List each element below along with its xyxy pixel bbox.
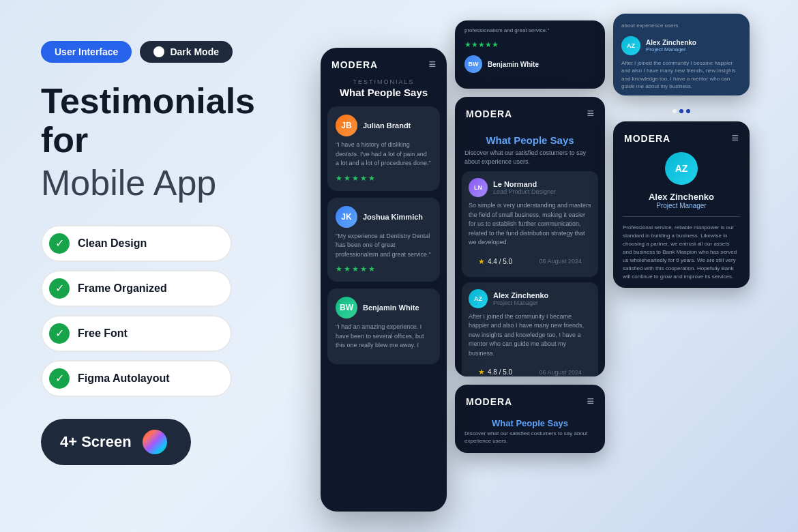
panel-phone-partial: MODERA ≡ What People Says Discover what … bbox=[455, 385, 605, 453]
star-2-4: ★ bbox=[360, 265, 367, 274]
panel-avatar-2: AZ bbox=[469, 289, 488, 308]
star-1-2: ★ bbox=[344, 174, 351, 183]
star-1-3: ★ bbox=[352, 174, 359, 183]
panel-rating-2: ★ 4.8 / 5.0 06 August 2024 bbox=[469, 364, 591, 376]
partial-avatar: BW bbox=[464, 55, 482, 73]
avatar-2: JK bbox=[336, 206, 357, 228]
avatar-img-2: JK bbox=[336, 206, 357, 228]
screens-area: MODERA ≡ TESTIMONIALS What People Says J… bbox=[307, 0, 798, 532]
partial-stars: ★★★★★ bbox=[455, 38, 605, 50]
panel-role-1: Lead Product Designer bbox=[493, 188, 556, 195]
feature-label-3: Free Font bbox=[78, 327, 128, 340]
screen-count: 4+ Screen bbox=[60, 433, 132, 451]
feature-figma: ✓ Figma Autolayout bbox=[41, 360, 232, 397]
right-col: about experience users. AZ Alex Zinchenk… bbox=[613, 14, 750, 518]
reviewer-name-3: Benjamin White bbox=[363, 304, 419, 312]
figma-icon bbox=[143, 430, 167, 454]
review-card-1: JB Julian Brandt "I have a history of di… bbox=[327, 106, 440, 191]
panel-name-1: Le Normand bbox=[493, 180, 556, 188]
panel-subtitle-1: Discover what our satisfied costumers to… bbox=[455, 149, 605, 171]
dot-1-3 bbox=[686, 109, 690, 113]
dot-1-2 bbox=[679, 109, 683, 113]
panel-phone-1: MODERA ≡ What People Says Discover what … bbox=[455, 97, 605, 376]
right-top-partial: about experience users. AZ Alex Zinchenk… bbox=[613, 14, 750, 95]
menu-icon-1: ≡ bbox=[428, 57, 436, 72]
review-card-3: BW Benjamin White "I had an amazing expe… bbox=[327, 289, 440, 364]
stars-2: ★ ★ ★ ★ ★ bbox=[336, 265, 432, 274]
reviewer-name-2: Joshua Kimmich bbox=[363, 213, 423, 221]
feature-list: ✓ Clean Design ✓ Frame Organized ✓ Free … bbox=[41, 225, 293, 397]
partial-panel-brand: MODERA bbox=[466, 396, 512, 407]
reviewer-row-1: JB Julian Brandt bbox=[336, 115, 432, 136]
panel-text-2: After I joined the community I became ha… bbox=[469, 312, 591, 359]
partial-panel-title: What People Says bbox=[455, 415, 605, 430]
left-panel: User Interface Dark Mode Testimonials fo… bbox=[41, 41, 293, 465]
avatar-img-3: BW bbox=[336, 297, 357, 319]
testimonials-label: TESTIMONIALS bbox=[321, 78, 447, 87]
partial-panel-subtitle: Discover what our satisfied costumers to… bbox=[455, 430, 605, 450]
check-icon-3: ✓ bbox=[49, 323, 70, 344]
phone-header-1: MODERA ≡ bbox=[321, 48, 447, 78]
panel-review-1: LN Le Normand Lead Product Designer So s… bbox=[462, 171, 598, 277]
profile-card-role: Project Manager bbox=[623, 202, 740, 209]
profile-divider bbox=[623, 216, 740, 217]
right-partial-avatar: AZ bbox=[621, 36, 640, 55]
star-1-4: ★ bbox=[360, 174, 367, 183]
feature-label-2: Frame Organized bbox=[78, 282, 167, 295]
stars-1: ★ ★ ★ ★ ★ bbox=[336, 174, 432, 183]
feature-frame-organized: ✓ Frame Organized bbox=[41, 270, 232, 307]
panel-avatar-1: LN bbox=[469, 178, 488, 197]
panel-text-1: So simple is very understanding and mast… bbox=[469, 201, 591, 248]
right-menu-2: ≡ bbox=[731, 131, 739, 145]
star-2-5: ★ bbox=[368, 265, 375, 274]
right-partial-text: about experience users. bbox=[621, 22, 741, 29]
phone-main-title: What People Says bbox=[321, 87, 447, 106]
reviewer-row-2: JK Joshua Kimmich bbox=[336, 206, 432, 228]
review-text-2: "My experience at Dentistry Dental has b… bbox=[336, 232, 432, 260]
profile-section: AZ Alex Zinchenko Project Manager Profes… bbox=[613, 152, 750, 288]
reviewer-info-1: Julian Brandt bbox=[363, 121, 411, 130]
right-phone-2: MODERA ≡ AZ Alex Zinchenko Project Manag… bbox=[613, 121, 750, 288]
star-2-2: ★ bbox=[344, 265, 351, 274]
panel-rating-1: ★ 4.4 / 5.0 06 August 2024 bbox=[469, 253, 591, 270]
right-header-2: MODERA ≡ bbox=[613, 121, 750, 152]
screen-badge: 4+ Screen bbox=[41, 419, 191, 465]
dot-1-active bbox=[673, 109, 677, 113]
profile-avatar-large: AZ bbox=[665, 152, 698, 185]
moon-icon bbox=[153, 46, 164, 57]
avatar-img-1: JB bbox=[336, 115, 357, 136]
star-2-1: ★ bbox=[336, 265, 342, 274]
panel-review-2: AZ Alex Zinchenko Project Manager After … bbox=[462, 282, 598, 376]
dark-mode-badge: Dark Mode bbox=[140, 41, 233, 63]
panel-title-1: What People Says bbox=[455, 128, 605, 149]
check-icon-1: ✓ bbox=[49, 233, 70, 254]
check-icon-4: ✓ bbox=[49, 368, 70, 389]
star-1-5: ★ bbox=[368, 174, 375, 183]
panel-menu-1: ≡ bbox=[587, 106, 594, 121]
feature-label-4: Figma Autolayout bbox=[78, 372, 170, 385]
partial-panel-header: MODERA ≡ bbox=[455, 385, 605, 415]
reviewer-row-3: BW Benjamin White bbox=[336, 297, 432, 319]
panel-name-2: Alex Zinchenko bbox=[493, 291, 548, 299]
middle-col: professionalism and great service." ★★★★… bbox=[455, 20, 605, 518]
profile-card-name: Alex Zinchenko bbox=[623, 192, 740, 202]
top-partial-card: professionalism and great service." ★★★★… bbox=[455, 20, 605, 89]
title-bold: Testimonials for bbox=[41, 82, 293, 160]
avatar-1: JB bbox=[336, 115, 357, 136]
reviewer-info-2: Joshua Kimmich bbox=[363, 213, 423, 221]
right-partial-quote: After I joined the community I became ha… bbox=[621, 59, 741, 90]
partial-panel-menu: ≡ bbox=[587, 394, 594, 409]
partial-reviewer: BW Benjamin White bbox=[455, 50, 605, 78]
ui-badge: User Interface bbox=[41, 41, 132, 63]
panel-header-1: MODERA ≡ bbox=[455, 97, 605, 128]
right-partial-reviewer: AZ Alex Zinchenko Project Manager bbox=[621, 36, 741, 55]
feature-label-1: Clean Design bbox=[78, 237, 147, 250]
review-text-1: "I have a history of disliking dentists.… bbox=[336, 141, 432, 168]
brand-1: MODERA bbox=[331, 59, 378, 70]
right-partial-role: Project Manager bbox=[646, 46, 696, 53]
star-1-1: ★ bbox=[336, 174, 342, 183]
avatar-3: BW bbox=[336, 297, 357, 319]
dots-area bbox=[613, 104, 750, 113]
feature-free-font: ✓ Free Font bbox=[41, 315, 232, 352]
review-text-3: "I had an amazing experience. I have bee… bbox=[336, 323, 432, 351]
